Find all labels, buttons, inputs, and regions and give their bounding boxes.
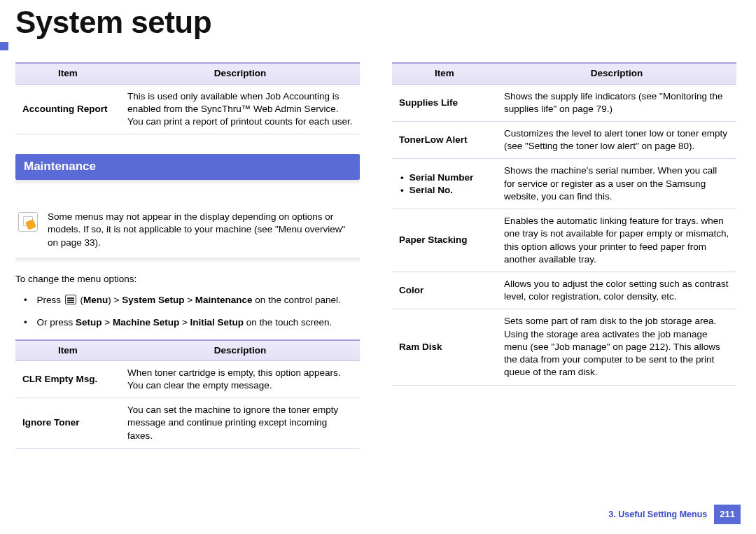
t: > — [184, 295, 195, 305]
step-2: Or press Setup > Machine Setup > Initial… — [24, 316, 360, 329]
table-row: Color Allows you to adjust the color set… — [392, 272, 736, 309]
row-desc: Allows you to adjust the color setting s… — [497, 272, 736, 309]
col-header-desc: Description — [120, 63, 360, 84]
table-row: Ignore Toner You can set the machine to … — [15, 398, 360, 449]
t: > — [102, 317, 113, 328]
t: Maintenance — [195, 295, 253, 305]
steps-list: Press (Menu) > System Setup > Maintenanc… — [15, 294, 360, 329]
note-box: Some menus may not appear in the display… — [15, 204, 360, 258]
row-desc: When toner cartridge is empty, this opti… — [120, 360, 360, 398]
page-footer: 3. Useful Setting Menus 211 — [608, 505, 741, 524]
footer-chapter: 3. Useful Setting Menus — [608, 509, 707, 521]
page-number: 211 — [714, 505, 741, 524]
t: Setup — [76, 317, 102, 328]
note-shadow — [15, 258, 360, 263]
list-item: Serial Number — [400, 171, 490, 184]
row-desc: Enables the automatic linking feature fo… — [497, 209, 736, 272]
row-item: Ignore Toner — [15, 398, 120, 449]
row-desc: This is used only available when Job Acc… — [120, 84, 360, 134]
col-header-desc: Description — [497, 63, 736, 84]
col-header-item: Item — [392, 63, 497, 84]
intro-text: To change the menu options: — [15, 273, 360, 286]
table-row: Paper Stacking Enables the automatic lin… — [392, 209, 736, 272]
row-desc: Shows the machine's serial number. When … — [497, 159, 736, 209]
table-row: CLR Empty Msg. When toner cartridge is e… — [15, 360, 360, 398]
t: Menu — [83, 295, 108, 305]
step-1: Press (Menu) > System Setup > Maintenanc… — [24, 294, 360, 307]
row-item: TonerLow Alert — [392, 122, 497, 159]
table-row: Serial Number Serial No. Shows the machi… — [392, 159, 736, 209]
table-row: TonerLow Alert Customizes the level to a… — [392, 122, 736, 159]
t: > — [179, 317, 190, 328]
col-header-item: Item — [15, 340, 120, 361]
table-maintenance-right: Item Description Supplies Life Shows the… — [392, 62, 736, 385]
t: Press — [37, 295, 64, 305]
menu-icon — [65, 295, 76, 304]
row-item: Ram Disk — [392, 309, 497, 385]
row-desc: Customizes the level to alert toner low … — [497, 122, 736, 159]
t: Machine Setup — [113, 317, 179, 328]
list-item: Serial No. — [400, 184, 490, 197]
t: ( — [78, 295, 83, 305]
page-title: System setup — [0, 0, 756, 48]
section-maintenance: Maintenance — [15, 154, 360, 180]
row-desc: Sets some part of ram disk to the job st… — [497, 309, 736, 385]
left-column: Item Description Accounting Report This … — [15, 62, 360, 448]
row-desc: Shows the supply life indicators (see "M… — [497, 84, 736, 121]
col-header-item: Item — [15, 63, 120, 84]
section-shadow — [15, 180, 360, 185]
t: on the touch screen. — [244, 317, 332, 328]
table-row: Ram Disk Sets some part of ram disk to t… — [392, 309, 736, 385]
t: Initial Setup — [190, 317, 244, 328]
row-desc: You can set the machine to ignore the to… — [120, 398, 360, 449]
table-row: Supplies Life Shows the supply life indi… — [392, 84, 736, 121]
title-accent — [0, 42, 8, 50]
t: on the control panel. — [253, 295, 341, 305]
row-item: Supplies Life — [392, 84, 497, 121]
note-text: Some menus may not appear in the display… — [48, 211, 354, 249]
t: ) > — [108, 295, 122, 305]
row-item: CLR Empty Msg. — [15, 360, 120, 398]
table-maintenance-left: Item Description CLR Empty Msg. When ton… — [15, 339, 360, 449]
t: System Setup — [122, 295, 184, 305]
row-item: Paper Stacking — [392, 209, 497, 272]
table-accounting: Item Description Accounting Report This … — [15, 62, 360, 134]
row-item: Color — [392, 272, 497, 309]
t: Or press — [37, 317, 76, 328]
row-item: Serial Number Serial No. — [392, 159, 497, 209]
right-column: Item Description Supplies Life Shows the… — [392, 62, 736, 448]
row-item: Accounting Report — [15, 84, 120, 134]
note-icon — [18, 212, 38, 232]
col-header-desc: Description — [120, 340, 360, 361]
table-row: Accounting Report This is used only avai… — [15, 84, 360, 134]
